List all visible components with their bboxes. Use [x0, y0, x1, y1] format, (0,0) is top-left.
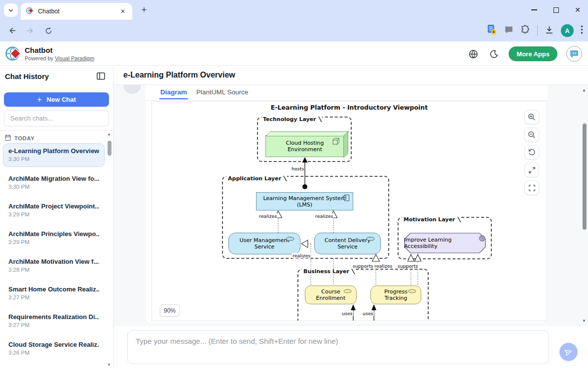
chat-item[interactable]: Smart Home Outcome Realiz... 3:27 PM	[3, 282, 105, 305]
node-content-delivery-service: Content Delivery Service	[314, 233, 381, 254]
window-close-button[interactable]: ✕	[571, 3, 584, 16]
forward-button[interactable]	[24, 24, 37, 38]
application-service-icon	[366, 236, 375, 243]
profile-avatar[interactable]: A	[561, 24, 574, 37]
search-chats-input[interactable]	[4, 110, 109, 126]
browser-toolbar: ai-toolbox.visual-paradigm.com/app/chatb…	[0, 20, 588, 41]
sidebar: Chat History + New Chat TODAY e-Learning…	[0, 66, 113, 368]
node-progress-tracking: Progress Tracking	[370, 286, 421, 304]
edge-label-realizes: realizes	[315, 213, 333, 219]
powered-by: Powered by Visual Paradigm	[25, 55, 94, 61]
chat-item[interactable]: ArchiMate Migration View fo... 3:30 PM	[3, 171, 105, 195]
visual-paradigm-link[interactable]: Visual Paradigm	[55, 55, 94, 61]
node-learning-management-system: Learning Management System (LMS)	[256, 192, 353, 210]
chat-item[interactable]: ArchiMate Principles Viewpo... 3:29 PM	[3, 226, 105, 250]
edge-label-uses: uses	[362, 311, 374, 316]
assistant-avatar	[123, 85, 141, 94]
language-globe-icon[interactable]	[467, 48, 479, 60]
zoom-in-button[interactable]	[524, 110, 539, 124]
send-button[interactable]	[559, 343, 578, 361]
docs-extension-icon[interactable]	[486, 24, 497, 38]
conversation-titlebar: e-Learning Platform Overview	[113, 66, 588, 85]
chat-area-scrollbar[interactable]: ▲ ▼	[581, 85, 588, 326]
application-component-icon	[343, 195, 349, 203]
tab-title: Chatbot	[38, 8, 118, 15]
download-icon[interactable]	[545, 25, 554, 37]
node-cloud-hosting-environment: Cloud Hosting Environment	[265, 135, 344, 157]
tab-search-chevron-icon[interactable]	[4, 3, 18, 17]
sidebar-scrollbar[interactable]: ▲ ▼	[107, 131, 112, 368]
sidebar-collapse-icon[interactable]	[97, 72, 105, 82]
scroll-down-arrow-icon[interactable]: ▼	[582, 319, 586, 323]
plus-icon: +	[37, 95, 41, 104]
chat-item[interactable]: Cloud Storage Service Realiz... 3:26 PM	[3, 337, 105, 361]
business-service-icon	[343, 288, 352, 295]
scroll-up-arrow-icon[interactable]: ▲	[582, 88, 586, 92]
chat-history-title: Chat History	[5, 72, 49, 81]
diagram-title: E-Learning Platform - Introductory Viewp…	[152, 104, 547, 111]
extensions-puzzle-icon[interactable]	[520, 25, 530, 37]
diagram-canvas[interactable]: E-Learning Platform - Introductory Viewp…	[151, 101, 547, 321]
today-group-label: TODAY	[14, 135, 35, 141]
message-input[interactable]	[127, 330, 549, 364]
edge-label-hosts: hosts	[291, 166, 304, 171]
frame-notch	[349, 269, 355, 274]
edge-label-supports: supports	[352, 263, 373, 269]
chat-item[interactable]: ArchiMate Project Viewpoint... 3:29 PM	[3, 199, 105, 222]
diagram-tabs: Diagram PlantUML Source	[146, 85, 548, 101]
reset-view-button[interactable]	[524, 145, 539, 160]
tab-diagram[interactable]: Diagram	[160, 88, 187, 96]
comment-icon[interactable]	[504, 25, 514, 36]
edge-label-uses: uses	[341, 311, 353, 316]
edge-label-supports: supports	[397, 263, 418, 269]
chat-item[interactable]: e-Learning Platform Overview 3:30 PM	[3, 143, 105, 167]
window-minimize-button[interactable]	[528, 3, 541, 16]
app-title: Chatbot	[25, 46, 53, 54]
frame-notch	[316, 117, 322, 122]
chat-message-area: Diagram PlantUML Source E-Learning Platf…	[113, 85, 588, 326]
zoom-level-badge: 90%	[160, 304, 180, 317]
browser-tab[interactable]: Chatbot ✕	[21, 3, 132, 20]
scrollbar-thumb[interactable]	[108, 141, 111, 156]
window-maximize-button[interactable]	[550, 3, 562, 16]
frame-notch	[281, 176, 287, 181]
calendar-icon	[5, 134, 11, 143]
toolbar-separator	[537, 25, 538, 36]
edge-label-realizes: realizes	[292, 253, 311, 258]
chat-item[interactable]: Requirements Realization Di... 3:27 PM	[3, 309, 105, 333]
app-header: Chatbot Powered by Visual Paradigm More …	[0, 41, 588, 66]
diagram-message-card: Diagram PlantUML Source E-Learning Platf…	[146, 85, 548, 323]
node-improve-learning-accessibility: Improve Learning Accessibility	[404, 233, 486, 253]
scroll-down-arrow-icon[interactable]: ▼	[107, 363, 111, 367]
zoom-out-button[interactable]	[524, 127, 539, 142]
scrollbar-thumb[interactable]	[583, 123, 587, 230]
visual-paradigm-logo	[5, 45, 22, 64]
browser-menu-kebab-icon[interactable]	[581, 25, 583, 36]
dark-mode-moon-icon[interactable]	[488, 48, 500, 60]
tab-plantuml-source[interactable]: PlantUML Source	[196, 88, 248, 96]
edge-label-realizes: realizes	[374, 263, 393, 269]
reload-button[interactable]	[41, 24, 55, 38]
chat-assistant-icon[interactable]	[566, 46, 582, 62]
more-apps-button[interactable]: More Apps	[509, 46, 557, 61]
back-button[interactable]	[5, 24, 19, 38]
chat-list: e-Learning Platform Overview 3:30 PM Arc…	[3, 143, 105, 368]
tab-close-icon[interactable]: ✕	[118, 7, 127, 16]
application-service-icon	[286, 236, 294, 243]
edge-label-realizes: realizes	[258, 213, 277, 219]
page-title: e-Learning Platform Overview	[123, 71, 235, 80]
frame-notch	[455, 217, 461, 222]
technology-node-icon	[332, 138, 339, 146]
favicon-visual-paradigm-icon	[26, 6, 34, 17]
new-chat-button[interactable]: + New Chat	[4, 92, 109, 107]
browser-window: Chatbot ✕ + ✕ ai-toolbox.visual-paradigm…	[0, 0, 588, 368]
chat-item[interactable]: ArchiMate Motivation View f... 3:28 PM	[3, 254, 105, 278]
fullscreen-button[interactable]	[524, 180, 539, 195]
business-service-icon	[408, 288, 416, 295]
expand-button[interactable]	[524, 163, 539, 177]
scroll-up-arrow-icon[interactable]: ▲	[107, 132, 111, 136]
node-user-management-service: User Management Service	[228, 233, 300, 254]
node-course-enrollment: Course Enrollment	[305, 286, 357, 304]
main-panel: e-Learning Platform Overview Diagram Pla…	[113, 66, 588, 368]
new-tab-button[interactable]: +	[138, 4, 150, 16]
